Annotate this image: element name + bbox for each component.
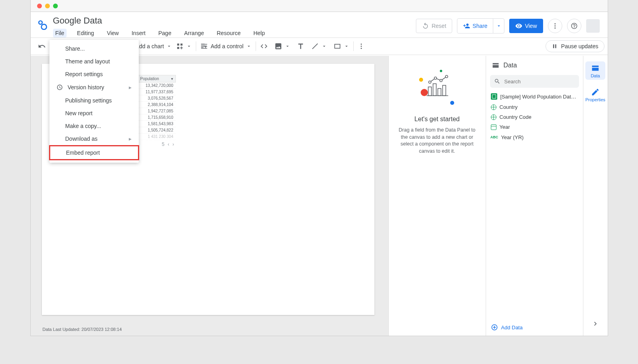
table-row: 2,388,914,104 <box>138 102 176 108</box>
pager-next[interactable]: › <box>173 142 174 147</box>
sort-down-icon: ▾ <box>171 77 173 81</box>
svg-point-10 <box>419 78 423 82</box>
field-year-yr[interactable]: ABCYear (YR) <box>486 132 583 142</box>
chart-illustration-icon <box>413 68 461 109</box>
reset-button[interactable]: Reset <box>416 19 452 33</box>
svg-point-9 <box>440 70 442 72</box>
window-minimize-dot[interactable] <box>45 4 50 8</box>
image-button[interactable] <box>274 42 290 50</box>
menu-editing[interactable]: Editing <box>75 29 96 37</box>
field-country-code[interactable]: Country Code <box>486 112 583 122</box>
data-search[interactable] <box>490 75 579 88</box>
menu-resource[interactable]: Resource <box>215 29 243 37</box>
share-dropdown-caret[interactable] <box>493 19 504 33</box>
menu-download-as[interactable]: Download as▸ <box>49 132 139 145</box>
menu-publishing-settings[interactable]: Publishing settings <box>49 94 139 107</box>
field-country[interactable]: Country <box>486 102 583 112</box>
add-data-link[interactable]: Add Data <box>486 319 583 336</box>
reset-label: Reset <box>431 23 446 29</box>
pager-prev[interactable]: ‹ <box>168 142 169 147</box>
url-embed-button[interactable] <box>260 42 268 50</box>
table-row: 1 431 230 304 <box>138 134 176 140</box>
window-maximize-dot[interactable] <box>53 4 58 8</box>
looker-studio-logo <box>36 18 49 31</box>
help-button[interactable] <box>567 19 581 33</box>
menu-page[interactable]: Page <box>156 29 174 37</box>
menu-help[interactable]: Help <box>251 29 267 37</box>
menu-make-copy[interactable]: Make a copy... <box>49 120 139 132</box>
table-row: 1,581,543,983 <box>138 121 176 127</box>
data-panel: Data [Sample] World Population Data 2005… <box>486 56 583 336</box>
text-button[interactable] <box>297 42 305 50</box>
globe-icon <box>491 114 496 120</box>
sheets-icon <box>491 93 497 100</box>
caret-down-icon <box>166 43 172 49</box>
rectangle-icon <box>333 42 341 50</box>
svg-point-8 <box>360 48 362 49</box>
table-row: 11,977,337,695 <box>138 89 176 95</box>
menu-theme-layout[interactable]: Theme and layout <box>49 55 139 68</box>
caret-down-icon <box>496 23 502 29</box>
datasource-name: [Sample] World Population Data 2005 - ..… <box>500 94 578 100</box>
community-viz-button[interactable] <box>176 42 192 50</box>
menu-arrange[interactable]: Arrange <box>182 29 207 37</box>
data-last-updated: Data Last Updated: 20/07/2023 12:08:14 <box>43 327 122 332</box>
toolbar-more-button[interactable] <box>358 43 365 50</box>
search-icon <box>494 78 500 85</box>
line-icon <box>311 42 319 50</box>
menu-version-history[interactable]: Version history ▸ <box>49 81 139 94</box>
account-avatar[interactable] <box>586 19 600 33</box>
data-panel-title: Data <box>504 62 517 69</box>
menu-report-settings[interactable]: Report settings <box>49 68 139 81</box>
pause-updates-button[interactable]: Pause updates <box>545 40 604 52</box>
data-search-input[interactable] <box>504 78 575 85</box>
expand-panel-button[interactable] <box>591 320 599 329</box>
table-header[interactable]: Population ▾ <box>138 75 176 83</box>
eye-icon <box>515 22 522 30</box>
add-control-button[interactable]: Add a control <box>200 42 252 50</box>
pause-label: Pause updates <box>561 43 598 49</box>
menu-share[interactable]: Share... <box>49 42 139 55</box>
table-row: 3,076,528,567 <box>138 95 176 102</box>
svg-point-0 <box>39 21 42 24</box>
chevron-right-icon <box>591 320 599 328</box>
table-row: 13,342,720,000 <box>138 83 176 89</box>
right-tab-properties[interactable]: Properties <box>585 85 605 104</box>
table-row: 1,715,658,910 <box>138 114 176 121</box>
code-icon <box>260 42 268 50</box>
share-button[interactable]: Share <box>457 19 493 33</box>
plus-circle-icon <box>491 324 498 331</box>
view-button[interactable]: View <box>509 19 543 33</box>
add-control-label: Add a control <box>211 43 244 49</box>
undo-button[interactable] <box>38 42 46 50</box>
abc-type-icon: ABC <box>491 134 498 140</box>
svg-point-12 <box>421 89 428 96</box>
pencil-icon <box>591 88 600 96</box>
window-close-dot[interactable] <box>37 4 42 8</box>
right-tab-data[interactable]: Data <box>585 61 605 80</box>
menu-file[interactable]: File <box>53 29 67 37</box>
line-button[interactable] <box>311 42 327 50</box>
menu-embed-report[interactable]: Embed report <box>49 145 139 160</box>
menu-view[interactable]: View <box>104 29 121 37</box>
table-chart[interactable]: Population ▾ 13,342,720,000 11,977,337,6… <box>138 75 176 147</box>
document-title[interactable]: Google Data <box>53 15 268 26</box>
add-data-label: Add Data <box>501 325 523 331</box>
more-options-button[interactable] <box>548 19 562 33</box>
help-icon <box>571 22 578 30</box>
menu-insert[interactable]: Insert <box>129 29 148 37</box>
caret-down-icon <box>285 43 290 49</box>
shape-button[interactable] <box>333 42 349 50</box>
datasource-row[interactable]: [Sample] World Population Data 2005 - ..… <box>486 89 583 102</box>
app-header: Google Data File Editing View Insert Pag… <box>31 12 608 37</box>
more-vert-icon <box>551 22 559 30</box>
svg-point-7 <box>360 46 362 47</box>
person-add-icon <box>463 22 470 30</box>
menu-new-report[interactable]: New report <box>49 107 139 120</box>
get-started-title: Let's get started <box>414 116 459 123</box>
field-year[interactable]: Year <box>486 122 583 132</box>
svg-rect-5 <box>335 44 340 48</box>
caret-down-icon <box>344 43 349 49</box>
svg-rect-16 <box>443 85 446 96</box>
calendar-icon <box>491 124 496 130</box>
